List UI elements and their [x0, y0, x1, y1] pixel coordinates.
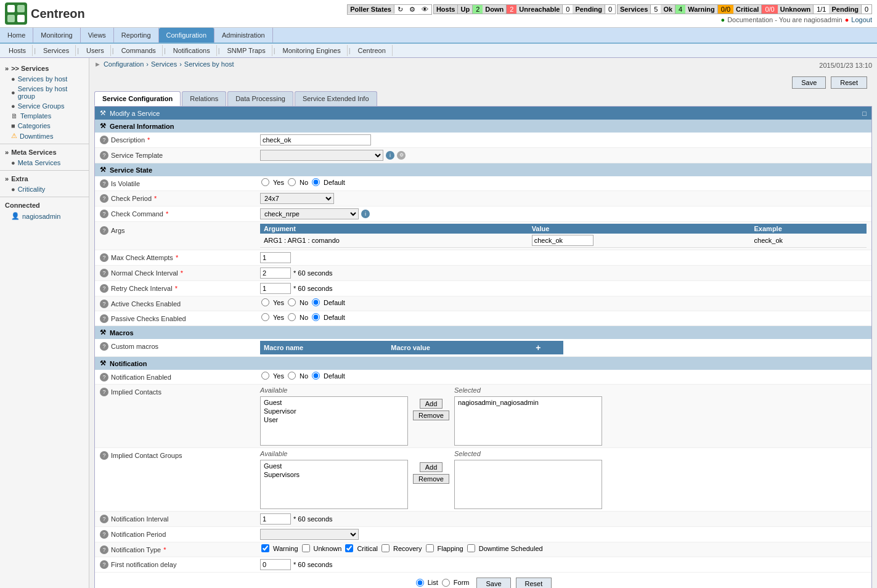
contacts-remove-button[interactable]: Remove — [413, 410, 449, 420]
nav-configuration[interactable]: Configuration — [159, 28, 214, 43]
is-volatile-no[interactable] — [288, 178, 296, 186]
notification-period-select[interactable] — [260, 529, 359, 540]
max-check-input[interactable] — [260, 252, 291, 263]
implied-contacts-help[interactable]: ? — [100, 388, 108, 396]
description-input[interactable] — [260, 134, 371, 145]
notification-enabled-help[interactable]: ? — [100, 373, 108, 382]
nav-home[interactable]: Home — [0, 28, 33, 43]
sub-nav-monitoring-engines[interactable]: Monitoring Engines — [277, 45, 348, 56]
groups-remove-button[interactable]: Remove — [413, 474, 449, 484]
sidebar-item-services-by-host[interactable]: ● Services by host — [0, 74, 89, 84]
check-period-help-icon[interactable]: ? — [100, 194, 108, 203]
normal-check-input[interactable] — [260, 267, 291, 279]
notif-type-warning[interactable] — [261, 544, 269, 552]
service-template-gear-icon[interactable]: ⚙ — [397, 151, 406, 160]
notification-type-help[interactable]: ? — [100, 545, 108, 554]
service-template-help-icon[interactable]: ? — [100, 151, 108, 160]
breadcrumb-services[interactable]: Services — [151, 60, 177, 68]
service-template-select[interactable] — [260, 150, 383, 161]
sidebar-item-categories[interactable]: ■ Categories — [0, 121, 89, 131]
implied-groups-help[interactable]: ? — [100, 451, 108, 460]
macro-add-button[interactable]: + — [532, 342, 544, 353]
notif-no[interactable] — [288, 372, 296, 380]
selected-groups-list[interactable] — [454, 460, 602, 509]
notif-type-recovery[interactable] — [381, 544, 390, 552]
logout-link[interactable]: Logout — [851, 16, 872, 23]
passive-checks-help[interactable]: ? — [100, 314, 108, 323]
notif-yes[interactable] — [261, 372, 269, 380]
tab-service-extended-info[interactable]: Service Extended Info — [295, 91, 377, 106]
tab-data-processing[interactable]: Data Processing — [227, 91, 293, 106]
tab-service-configuration[interactable]: Service Configuration — [94, 91, 181, 106]
check-command-info-icon[interactable]: i — [361, 210, 370, 218]
description-help-icon[interactable]: ? — [100, 136, 108, 144]
notif-type-critical[interactable] — [345, 544, 353, 552]
notif-type-downtime-scheduled[interactable] — [467, 544, 475, 552]
sub-nav-centreon[interactable]: Centreon — [352, 45, 393, 56]
tab-relations[interactable]: Relations — [182, 91, 226, 106]
active-checks-help[interactable]: ? — [100, 300, 108, 308]
sidebar-item-downtimes[interactable]: ⚠ Downtimes — [0, 131, 89, 141]
sub-nav-services[interactable]: Services — [37, 45, 76, 56]
sidebar-item-criticality[interactable]: ● Criticality — [0, 184, 89, 194]
active-checks-yes[interactable] — [261, 298, 269, 306]
groups-add-button[interactable]: Add — [420, 462, 443, 472]
selected-contacts-list[interactable]: nagiosadmin_nagiosadmin — [454, 396, 602, 446]
sidebar-connected-user[interactable]: 👤 nagiosadmin — [0, 211, 89, 221]
reset-button-bottom[interactable]: Reset — [516, 578, 552, 588]
sub-nav-notifications[interactable]: Notifications — [167, 45, 217, 56]
expand-icon[interactable]: □ — [862, 110, 867, 117]
contact-nagiosadmin[interactable]: nagiosadmin_nagiosadmin — [456, 398, 600, 407]
check-command-help-icon[interactable]: ? — [100, 210, 108, 218]
sub-nav-snmp[interactable]: SNMP Traps — [221, 45, 272, 56]
poller-icon2[interactable]: ⚙ — [406, 5, 418, 14]
contacts-add-button[interactable]: Add — [420, 399, 443, 409]
nav-views[interactable]: Views — [81, 28, 114, 43]
reset-button-top[interactable]: Reset — [831, 76, 867, 89]
poller-icon1[interactable]: ↻ — [394, 5, 406, 14]
contact-supervisor[interactable]: Supervisor — [262, 407, 406, 415]
breadcrumb-config[interactable]: Configuration — [104, 60, 144, 68]
active-checks-default[interactable] — [312, 298, 320, 306]
check-command-select[interactable]: check_nrpe — [260, 208, 359, 219]
sidebar-item-meta-services[interactable]: ● Meta Services — [0, 158, 89, 168]
notif-type-flapping[interactable] — [426, 544, 434, 552]
is-volatile-help-icon[interactable]: ? — [100, 179, 108, 188]
save-button-bottom[interactable]: Save — [476, 578, 510, 588]
max-check-help[interactable]: ? — [100, 253, 108, 262]
is-volatile-yes[interactable] — [261, 178, 269, 186]
notification-interval-input[interactable] — [260, 513, 291, 525]
form-radio[interactable] — [442, 579, 450, 587]
sub-nav-users[interactable]: Users — [80, 45, 111, 56]
retry-check-input[interactable] — [260, 283, 291, 294]
args-help-icon[interactable]: ? — [100, 226, 108, 235]
notification-period-help[interactable]: ? — [100, 530, 108, 539]
contact-guest[interactable]: Guest — [262, 398, 406, 407]
normal-check-help[interactable]: ? — [100, 269, 108, 277]
is-volatile-default[interactable] — [312, 178, 320, 186]
passive-checks-yes[interactable] — [261, 313, 269, 321]
sidebar-item-services-by-host-group[interactable]: ● Services by host group — [0, 84, 89, 101]
first-notif-delay-help[interactable]: ? — [100, 560, 108, 569]
nav-monitoring[interactable]: Monitoring — [33, 28, 80, 43]
service-template-info-icon[interactable]: i — [386, 151, 394, 160]
first-notif-delay-input[interactable] — [260, 559, 291, 570]
group-supervisors[interactable]: Supervisors — [262, 470, 406, 479]
group-guest[interactable]: Guest — [262, 462, 406, 470]
passive-checks-default[interactable] — [312, 313, 320, 321]
sidebar-item-service-groups[interactable]: ● Service Groups — [0, 101, 89, 111]
save-button-top[interactable]: Save — [792, 76, 826, 89]
check-period-select[interactable]: 24x7 — [260, 193, 334, 204]
nav-administration[interactable]: Administration — [214, 28, 273, 43]
contact-user[interactable]: User — [262, 415, 406, 424]
notification-interval-help[interactable]: ? — [100, 515, 108, 523]
sub-nav-hosts[interactable]: Hosts — [2, 45, 33, 56]
retry-check-help[interactable]: ? — [100, 284, 108, 293]
available-contacts-list[interactable]: Guest Supervisor User — [260, 396, 408, 446]
notif-default[interactable] — [312, 372, 320, 380]
notif-type-unknown[interactable] — [302, 544, 310, 552]
list-radio[interactable] — [416, 579, 424, 587]
nav-reporting[interactable]: Reporting — [114, 28, 159, 43]
active-checks-no[interactable] — [288, 298, 296, 306]
passive-checks-no[interactable] — [288, 313, 296, 321]
